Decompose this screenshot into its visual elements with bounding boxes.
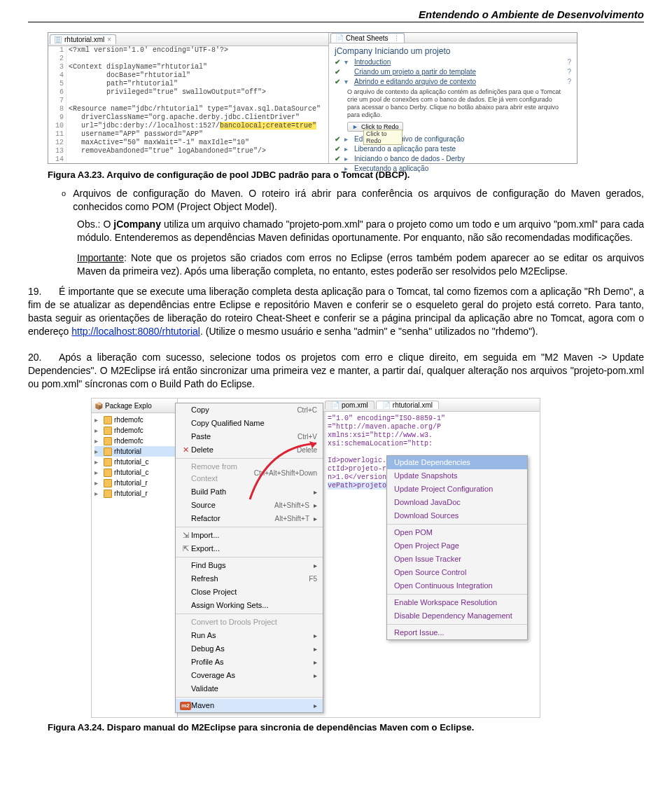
menu-item[interactable]: Source Alt+Shift+S — [176, 499, 323, 512]
menu-item[interactable]: Validate — [176, 682, 323, 695]
submenu-item[interactable]: Download Sources — [387, 509, 527, 522]
submenu-item[interactable]: Update Snapshots — [387, 469, 527, 483]
project-icon — [104, 469, 112, 477]
expand-icon[interactable]: ▸ — [94, 436, 102, 446]
project-item[interactable]: ▸ rhdemofc — [94, 415, 177, 425]
submenu-item[interactable]: Report Issue... — [387, 626, 527, 639]
close-icon[interactable]: × — [107, 36, 111, 43]
expand-icon[interactable]: ▸ — [94, 467, 102, 478]
obs-jcompany: jCompany — [113, 219, 161, 230]
importante-label: Importante — [77, 252, 124, 263]
cheatsheet-item-label: Iniciando o banco de dados - Derby — [354, 154, 465, 164]
project-item[interactable]: ▸ rhtutorial — [94, 446, 177, 457]
cheatsheet-item[interactable]: ✔ Criando um projeto a partir do templat… — [329, 67, 577, 77]
click-to-redo-button[interactable]: ► Click to Redo Click to Redo — [347, 122, 403, 132]
cheatsheet-item[interactable]: ✔ ▾ Abrindo e editando arquivo de contex… — [329, 77, 577, 87]
menu-item[interactable]: Close Project — [176, 585, 323, 599]
cheatsheet-item[interactable]: ✔ ▸ Liberando a aplicação para teste — [329, 144, 577, 154]
menu-item: Remove from Context Ctrl+Alt+Shift+Down — [176, 460, 323, 485]
project-item[interactable]: ▸ rhtutorial_c — [94, 457, 177, 467]
package-icon: 📦 — [94, 402, 103, 410]
project-item[interactable]: ▸ rhtutorial_r — [94, 488, 177, 499]
submenu-item[interactable]: Open Project Page — [387, 539, 527, 553]
expand-icon[interactable]: ▸ — [94, 446, 102, 457]
submenu-item[interactable]: Open Source Control — [387, 566, 527, 579]
menu-item[interactable]: Refactor Alt+Shift+T — [176, 512, 323, 525]
editor-tab-rhtutorial[interactable]: rhtutorial.xml × — [50, 34, 116, 44]
menu-item[interactable]: Refresh F5 — [176, 572, 323, 585]
project-label: rhdemofc — [114, 425, 144, 436]
menu-item-label: Import... — [191, 529, 317, 541]
tooltip: Click to Redo — [363, 130, 402, 145]
package-explorer[interactable]: 📦 Package Explo ▸ rhdemofc ▸ rhdemofc ▸ … — [92, 398, 178, 717]
cheatsheets-tabbar: 📄 Cheat Sheets ⋮ — [329, 33, 577, 43]
expand-icon[interactable]: ▸ — [94, 488, 102, 499]
menu-item[interactable]: ⇱ Export... — [176, 542, 323, 555]
check-icon: ✔ — [335, 154, 342, 164]
p19-text-b: . (Utilize o mesmo usuário e senha "admi… — [200, 326, 538, 337]
context-menu[interactable]: Copy Ctrl+C Copy Qualified Name Paste Ct… — [175, 403, 323, 713]
submenu-item[interactable]: Download JavaDoc — [387, 496, 527, 509]
menu-item-label: Delete — [191, 444, 297, 456]
menu-item[interactable]: ✕ Delete Delete — [176, 443, 323, 457]
arrow-icon: ▸ — [344, 134, 351, 144]
menu-item[interactable]: Debug As — [176, 642, 323, 656]
menu-item[interactable]: Copy Ctrl+C — [176, 403, 323, 417]
expand-icon[interactable]: ▸ — [94, 415, 102, 425]
submenu-item[interactable]: Disable Dependency Management — [387, 609, 527, 623]
localhost-link[interactable]: http://localhost:8080/rhtutorial — [71, 326, 200, 337]
project-icon — [104, 448, 112, 456]
xml-file-icon — [55, 36, 62, 43]
project-item[interactable]: ▸ rhdemofc — [94, 425, 177, 436]
submenu-item[interactable]: Update Project Configuration — [387, 483, 527, 496]
submenu-item[interactable]: Update Dependencies — [387, 456, 527, 469]
editor-code[interactable]: ="1.0" encoding="ISO-8859-1" ="http://ma… — [323, 412, 540, 493]
menu-item[interactable]: Run As — [176, 629, 323, 642]
menu-shortcut: Delete — [297, 444, 317, 456]
menu-item[interactable]: Copy Qualified Name — [176, 417, 323, 430]
menu-item[interactable]: Assign Working Sets... — [176, 599, 323, 612]
menu-item[interactable]: Find Bugs — [176, 559, 323, 572]
editor-tab[interactable]: 📄 pom.xml — [325, 401, 374, 409]
package-explorer-header: 📦 Package Explo — [92, 398, 177, 413]
menu-item-label: Run As — [191, 630, 309, 642]
project-item[interactable]: ▸ rhtutorial_r — [94, 478, 177, 488]
arrow-icon: ▾ — [344, 77, 351, 87]
help-icon[interactable]: ? — [567, 57, 571, 67]
help-icon[interactable]: ? — [567, 67, 571, 77]
expand-icon[interactable]: ▸ — [94, 478, 102, 488]
help-icon[interactable]: ? — [567, 77, 571, 87]
cheatsheet-item[interactable]: ✔ ▾ Introduction ? — [329, 57, 577, 67]
importante-paragraph: Importante: Note que os projetos são cri… — [77, 251, 644, 278]
cheatsheet-item[interactable]: ✔ ▸ Iniciando o banco de dados - Derby — [329, 154, 577, 164]
bullet-marker: o — [62, 187, 66, 214]
project-item[interactable]: ▸ rhtutorial_c — [94, 467, 177, 478]
project-label: rhtutorial — [114, 446, 141, 457]
cheatsheets-tab[interactable]: 📄 Cheat Sheets ⋮ — [330, 33, 405, 43]
submenu-item[interactable]: Open POM — [387, 526, 527, 539]
menu-item[interactable]: Profile As — [176, 656, 323, 669]
submenu-item[interactable]: Open Continuous Integration — [387, 579, 527, 592]
menu-item[interactable]: m2 Maven — [176, 699, 323, 712]
expand-icon[interactable]: ▸ — [94, 457, 102, 467]
menu-item[interactable]: Build Path — [176, 485, 323, 499]
project-item[interactable]: ▸ rhdemofc — [94, 436, 177, 446]
cheatsheet-title: jCompany Iniciando um projeto — [329, 43, 577, 57]
num-19: 19. — [28, 285, 59, 298]
expand-icon[interactable]: ▸ — [94, 425, 102, 436]
code-area[interactable]: <?xml version='1.0' encoding='UTF-8'?> <… — [66, 46, 321, 163]
menu-item-label: Refresh — [191, 573, 309, 585]
submenu-item[interactable]: Open Issue Tracker — [387, 553, 527, 566]
maven-submenu[interactable]: Update DependenciesUpdate SnapshotsUpdat… — [386, 455, 528, 640]
project-icon — [104, 479, 112, 487]
check-icon: ✔ — [335, 57, 342, 67]
submenu-item[interactable]: Enable Workspace Resolution — [387, 596, 527, 609]
project-label: rhdemofc — [114, 415, 144, 425]
editor-tab[interactable]: 📄 rhtutorial.xml — [376, 401, 439, 409]
menu-item[interactable]: ⇲ Import... — [176, 529, 323, 542]
menu-item-label: Build Path — [191, 486, 309, 498]
menu-item[interactable]: Paste Ctrl+V — [176, 430, 323, 443]
check-icon: ✔ — [335, 77, 342, 87]
menu-item[interactable]: Coverage As — [176, 669, 323, 682]
check-icon: ✔ — [335, 134, 342, 144]
